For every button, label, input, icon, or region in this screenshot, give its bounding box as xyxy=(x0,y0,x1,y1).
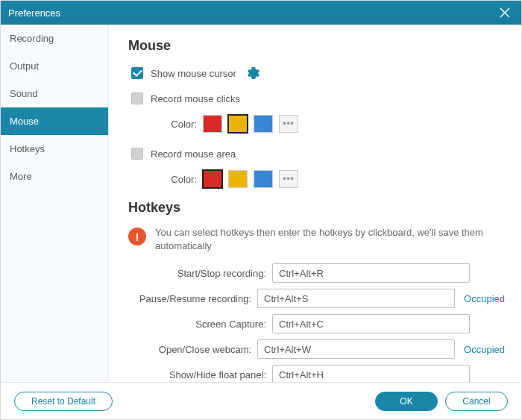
content-pane: Mouse Show mouse cursor Record mouse cli… xyxy=(109,25,521,382)
sidebar-item-more[interactable]: More xyxy=(1,163,108,190)
hk-status-pause-resume: Occupied xyxy=(464,293,505,304)
area-color-blue[interactable] xyxy=(254,170,273,188)
clicks-color-blue[interactable] xyxy=(254,115,273,133)
hk-label-pause-resume: Pause/Resume recording: xyxy=(128,293,251,304)
info-icon: ! xyxy=(128,228,146,245)
sidebar: Recording Output Sound Mouse Hotkeys Mor… xyxy=(1,25,109,382)
hk-input-float-panel[interactable] xyxy=(272,365,470,382)
titlebar: Preferences xyxy=(1,1,521,25)
hk-label-start-stop: Start/Stop recording: xyxy=(128,268,266,279)
hk-label-screen-capture: Screen Capture: xyxy=(128,319,266,330)
clicks-color-red[interactable] xyxy=(203,115,222,133)
show-cursor-checkbox[interactable] xyxy=(131,67,143,79)
hotkeys-info-text: You can select hotkeys then enter the ho… xyxy=(155,226,505,253)
record-area-checkbox[interactable] xyxy=(131,148,143,160)
clicks-color-yellow[interactable] xyxy=(228,115,248,133)
area-color-label: Color: xyxy=(148,174,197,185)
cancel-button[interactable]: Cancel xyxy=(445,392,508,411)
clicks-color-more-button[interactable]: ••• xyxy=(279,115,298,133)
mouse-heading: Mouse xyxy=(128,38,505,54)
hk-input-screen-capture[interactable] xyxy=(272,314,470,333)
hotkeys-heading: Hotkeys xyxy=(128,200,505,216)
hk-status-webcam: Occupied xyxy=(464,344,505,355)
area-color-more-button[interactable]: ••• xyxy=(279,170,298,188)
hk-input-pause-resume[interactable] xyxy=(257,289,455,308)
gear-icon[interactable] xyxy=(247,66,260,80)
footer: Reset to Default OK Cancel xyxy=(1,382,521,419)
hk-input-start-stop[interactable] xyxy=(272,263,470,283)
hk-label-float-panel: Show/Hide float panel: xyxy=(128,369,266,380)
sidebar-item-sound[interactable]: Sound xyxy=(1,80,108,107)
record-clicks-label: Record mouse clicks xyxy=(151,93,240,104)
record-area-label: Record mouse area xyxy=(151,148,236,160)
sidebar-item-recording[interactable]: Recording xyxy=(1,25,108,52)
sidebar-item-output[interactable]: Output xyxy=(1,52,108,80)
sidebar-item-mouse[interactable]: Mouse xyxy=(1,107,108,135)
hk-input-webcam[interactable] xyxy=(257,339,455,359)
reset-to-default-button[interactable]: Reset to Default xyxy=(14,392,113,411)
clicks-color-label: Color: xyxy=(148,119,197,130)
close-icon[interactable] xyxy=(496,4,514,22)
record-clicks-checkbox[interactable] xyxy=(131,93,143,104)
window-title: Preferences xyxy=(8,7,496,19)
area-color-yellow[interactable] xyxy=(228,170,248,188)
show-cursor-label: Show mouse cursor xyxy=(151,68,236,79)
hk-label-webcam: Open/Close webcam: xyxy=(128,344,251,355)
area-color-red[interactable] xyxy=(203,170,222,188)
ok-button[interactable]: OK xyxy=(375,392,438,411)
sidebar-item-hotkeys[interactable]: Hotkeys xyxy=(1,135,108,163)
preferences-window: Preferences Recording Output Sound Mouse… xyxy=(0,0,522,420)
